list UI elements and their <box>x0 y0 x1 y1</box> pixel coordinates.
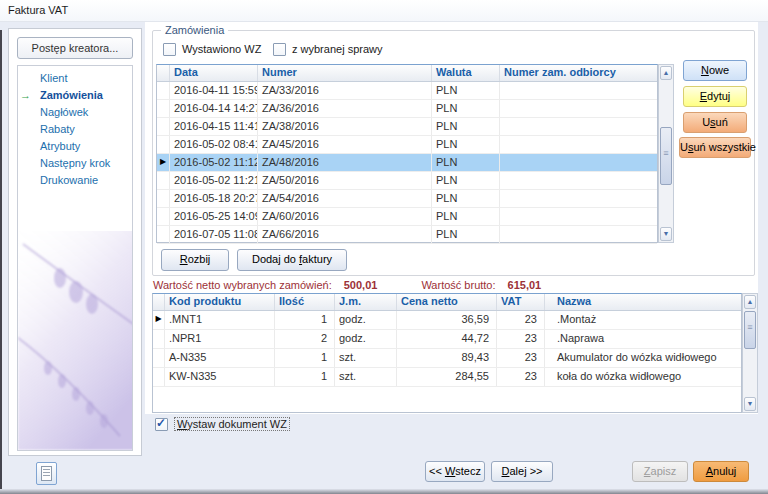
order-number-cell[interactable]: ZA/66/2016 <box>258 226 432 243</box>
item-qty-cell[interactable]: 1 <box>275 368 335 386</box>
column-header-numer[interactable]: Numer <box>258 65 432 81</box>
order-currency-cell[interactable]: PLN <box>432 226 500 243</box>
item-row[interactable]: A-N3351szt.89,4323Akumulator do wózka wi… <box>153 349 741 368</box>
row-indicator-icon[interactable] <box>157 100 170 117</box>
order-row[interactable]: 2016-05-02 08:41ZA/45/2016PLN <box>157 136 657 154</box>
item-row[interactable]: ▶.MNT11godz.36,5923.Montaż <box>153 311 741 330</box>
order-row[interactable]: 2016-05-02 11:21ZA/50/2016PLN <box>157 172 657 190</box>
order-number-cell[interactable]: ZA/54/2016 <box>258 190 432 207</box>
item-vat-cell[interactable]: 23 <box>497 349 545 367</box>
scroll-up-icon[interactable]: ▲ <box>744 295 756 309</box>
column-header-waluta[interactable]: Waluta <box>432 65 500 81</box>
row-indicator-icon[interactable] <box>157 190 170 207</box>
order-customer-order-cell[interactable] <box>500 136 657 153</box>
orders-scrollbar[interactable]: ▲ ▼ <box>658 64 674 243</box>
row-indicator-icon[interactable] <box>157 172 170 189</box>
order-currency-cell[interactable]: PLN <box>432 190 500 207</box>
order-row[interactable]: 2016-05-25 14:09ZA/60/2016PLN <box>157 208 657 226</box>
order-currency-cell[interactable]: PLN <box>432 208 500 225</box>
item-net-price-cell[interactable]: 89,43 <box>397 349 497 367</box>
row-indicator-icon[interactable] <box>157 82 170 99</box>
wystaw-dokument-wz-checkbox[interactable]: ✓ <box>155 418 168 431</box>
order-row[interactable]: 2016-04-14 14:27ZA/36/2016PLN <box>157 100 657 118</box>
column-header-ilosc[interactable]: Ilość <box>275 294 335 310</box>
order-customer-order-cell[interactable] <box>500 154 657 171</box>
order-date-cell[interactable]: 2016-05-02 11:12 <box>170 154 258 171</box>
order-customer-order-cell[interactable] <box>500 118 657 135</box>
item-unit-cell[interactable]: szt. <box>335 349 397 367</box>
order-date-cell[interactable]: 2016-04-14 14:27 <box>170 100 258 117</box>
next-button[interactable]: Dalej >> <box>491 461 553 482</box>
row-indicator-icon[interactable] <box>157 226 170 243</box>
item-unit-cell[interactable]: szt. <box>335 368 397 386</box>
column-header-numer-zam-odbiorcy[interactable]: Numer zam. odbiorcy <box>500 65 657 81</box>
order-customer-order-cell[interactable] <box>500 172 657 189</box>
add-to-invoice-button[interactable]: Dodaj do faktury <box>237 249 347 271</box>
sidebar-item-klient[interactable]: Klient <box>18 70 132 87</box>
column-header-jm[interactable]: J.m. <box>335 294 397 310</box>
order-date-cell[interactable]: 2016-05-02 08:41 <box>170 136 258 153</box>
item-net-price-cell[interactable]: 44,72 <box>397 330 497 348</box>
column-header-kod-produktu[interactable]: Kod produktu <box>165 294 275 310</box>
sidebar-item-atrybuty[interactable]: Atrybuty <box>18 138 132 155</box>
item-code-cell[interactable]: .MNT1 <box>165 311 275 329</box>
order-currency-cell[interactable]: PLN <box>432 100 500 117</box>
order-date-cell[interactable]: 2016-05-25 14:09 <box>170 208 258 225</box>
item-unit-cell[interactable]: godz. <box>335 330 397 348</box>
order-currency-cell[interactable]: PLN <box>432 136 500 153</box>
order-number-cell[interactable]: ZA/38/2016 <box>258 118 432 135</box>
edit-order-button[interactable]: Edytuj <box>683 86 747 107</box>
sidebar-item-nagłówek[interactable]: Nagłówek <box>18 104 132 121</box>
order-currency-cell[interactable]: PLN <box>432 154 500 171</box>
scroll-down-icon[interactable]: ▼ <box>660 227 672 241</box>
scrollbar-thumb[interactable] <box>744 311 756 349</box>
scrollbar-thumb[interactable] <box>660 127 672 185</box>
order-date-cell[interactable]: 2016-07-05 11:08 <box>170 226 258 243</box>
column-header-nazwa[interactable]: Nazwa <box>545 294 741 310</box>
wystaw-dokument-wz-option[interactable]: ✓Wystaw dokument WZ <box>155 418 290 431</box>
scroll-down-icon[interactable]: ▼ <box>744 397 756 411</box>
row-indicator-icon[interactable] <box>153 368 165 386</box>
split-order-button[interactable]: Rozbij <box>161 249 229 271</box>
order-row[interactable]: 2016-04-15 11:41ZA/38/2016PLN <box>157 118 657 136</box>
order-customer-order-cell[interactable] <box>500 208 657 225</box>
row-indicator-icon[interactable] <box>157 136 170 153</box>
item-vat-cell[interactable]: 23 <box>497 311 545 329</box>
row-indicator-icon[interactable] <box>153 330 165 348</box>
order-currency-cell[interactable]: PLN <box>432 82 500 99</box>
filter-z-wybranej-sprawy[interactable]: ✓z wybranej sprawy <box>273 43 382 56</box>
row-indicator-icon[interactable] <box>153 349 165 367</box>
column-header-vat[interactable]: VAT <box>497 294 545 310</box>
order-number-cell[interactable]: ZA/48/2016 <box>258 154 432 171</box>
item-name-cell[interactable]: .Naprawa <box>545 330 741 348</box>
order-customer-order-cell[interactable] <box>500 226 657 243</box>
back-button[interactable]: << Wstecz <box>425 461 485 482</box>
delete-all-orders-button[interactable]: Usuń wszystkie <box>679 137 751 158</box>
sidebar-item-zamówienia[interactable]: →Zamówienia <box>18 87 132 104</box>
item-code-cell[interactable]: A-N335 <box>165 349 275 367</box>
order-number-cell[interactable]: ZA/33/2016 <box>258 82 432 99</box>
order-date-cell[interactable]: 2016-04-11 15:59 <box>170 82 258 99</box>
item-code-cell[interactable]: .NPR1 <box>165 330 275 348</box>
order-date-cell[interactable]: 2016-04-15 11:41 <box>170 118 258 135</box>
scroll-up-icon[interactable]: ▲ <box>660 66 672 80</box>
column-header-data[interactable]: Data <box>170 65 258 81</box>
order-date-cell[interactable]: 2016-05-02 11:21 <box>170 172 258 189</box>
order-number-cell[interactable]: ZA/50/2016 <box>258 172 432 189</box>
item-qty-cell[interactable]: 2 <box>275 330 335 348</box>
order-number-cell[interactable]: ZA/36/2016 <box>258 100 432 117</box>
order-customer-order-cell[interactable] <box>500 82 657 99</box>
row-indicator-icon[interactable] <box>157 118 170 135</box>
sidebar-item-drukowanie[interactable]: Drukowanie <box>18 172 132 189</box>
item-code-cell[interactable]: KW-N335 <box>165 368 275 386</box>
wystawiono-wz-checkbox[interactable]: ✓ <box>163 43 176 56</box>
order-row[interactable]: 2016-05-18 20:27ZA/54/2016PLN <box>157 190 657 208</box>
new-order-button[interactable]: Nowe <box>683 60 747 81</box>
item-vat-cell[interactable]: 23 <box>497 330 545 348</box>
item-name-cell[interactable]: Akumulator do wózka widłowego <box>545 349 741 367</box>
sidebar-item-rabaty[interactable]: Rabaty <box>18 121 132 138</box>
order-row[interactable]: 2016-07-05 11:08ZA/66/2016PLN <box>157 226 657 244</box>
item-net-price-cell[interactable]: 36,59 <box>397 311 497 329</box>
row-indicator-icon[interactable]: ▶ <box>157 154 170 171</box>
order-currency-cell[interactable]: PLN <box>432 118 500 135</box>
